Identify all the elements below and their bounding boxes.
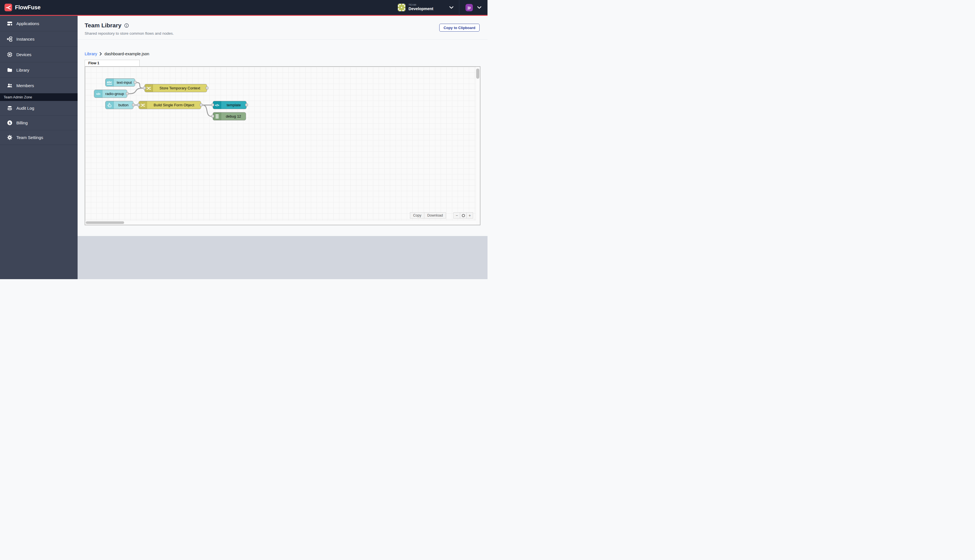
flow-node-label: Build Single Form Object (147, 101, 201, 109)
flow-node-text-input[interactable]: abctext-input (105, 78, 135, 87)
flow-tab[interactable]: Flow 1 (85, 60, 140, 66)
flow-node-label: debug 12 (221, 113, 246, 120)
flow-node-store-temporary-context[interactable]: Store Temporary Context (144, 84, 207, 92)
page-header: Team Library Shared repository to store … (78, 16, 488, 40)
user-avatar: jp (466, 4, 473, 11)
chevron-down-icon (477, 6, 481, 9)
shuffle-icon (145, 84, 153, 92)
sidebar-item-label: Team Settings (17, 135, 43, 140)
info-icon[interactable] (124, 23, 129, 28)
members-icon (7, 83, 12, 88)
sidebar-item-billing[interactable]: $ Billing (0, 116, 78, 130)
flow-wire (129, 88, 143, 94)
applications-icon (7, 21, 12, 26)
sidebar-item-label: Billing (17, 120, 28, 125)
chip-icon (7, 52, 12, 57)
user-menu[interactable]: jp (459, 0, 488, 15)
vertical-scrollbar-track[interactable] (476, 67, 480, 220)
flow-wire (137, 83, 143, 88)
shuffle-icon (139, 101, 147, 109)
flow-wire (202, 105, 211, 117)
flow-node-label: text-input (114, 79, 135, 86)
node-port-in[interactable] (137, 103, 140, 106)
flow-node-label: button (114, 101, 133, 109)
sidebar-item-instances[interactable]: Instances (0, 31, 78, 47)
vertical-scrollbar-thumb[interactable] (476, 68, 479, 79)
footer-background (78, 236, 488, 279)
brand-name: FlowFuse (15, 4, 41, 11)
list-icon (213, 113, 221, 120)
flow-viewer: Flow 1 Copy Download − + (85, 60, 481, 225)
team-selector[interactable]: TEAM: Development (392, 0, 459, 15)
copy-to-clipboard-button[interactable]: Copy to Clipboard (439, 24, 479, 32)
horizontal-scrollbar-thumb[interactable] (86, 222, 124, 224)
code-icon: </> (94, 90, 102, 98)
database-icon (7, 105, 12, 111)
zoom-in-button[interactable]: + (466, 212, 473, 218)
svg-text:$: $ (9, 121, 11, 125)
page-subtitle: Shared repository to store common flows … (85, 31, 479, 35)
node-port-out[interactable] (132, 103, 135, 106)
team-admin-zone-header: Team Admin Zone (0, 93, 78, 101)
flowfuse-logo-icon (5, 4, 12, 11)
node-port-out[interactable] (134, 81, 137, 84)
sidebar-item-label: Instances (17, 37, 34, 42)
zoom-reset-button[interactable] (460, 212, 467, 218)
sidebar-item-label: Audit Log (17, 106, 34, 110)
flowfuse-brand[interactable]: FlowFuse (0, 4, 41, 11)
app-header: FlowFuse TEAM: Development (0, 0, 488, 16)
node-port-in[interactable] (143, 87, 146, 89)
sidebar-item-team-settings[interactable]: Team Settings (0, 130, 78, 145)
flow-node-build-single-form-object[interactable]: Build Single Form Object (139, 101, 201, 109)
sidebar-item-label: Devices (17, 52, 31, 57)
flow-node-radio-group[interactable]: </>radio-group (94, 90, 127, 98)
main-content: Team Library Shared repository to store … (78, 16, 488, 279)
circle-icon (462, 214, 465, 217)
node-port-in[interactable] (211, 103, 214, 106)
team-name: Development (409, 7, 433, 12)
sidebar-item-label: Library (17, 68, 29, 72)
node-port-out[interactable] (245, 103, 248, 106)
sidebar-item-members[interactable]: Members (0, 78, 78, 93)
abc-icon: abc (105, 79, 114, 86)
breadcrumb-library-link[interactable]: Library (85, 52, 97, 56)
pointer-icon (105, 101, 114, 109)
chevron-right-icon (100, 52, 102, 55)
sidebar-item-applications[interactable]: Applications (0, 16, 78, 31)
breadcrumb: Library dashboard-example.json (85, 52, 488, 56)
gear-icon (7, 135, 12, 140)
chevron-down-icon (449, 6, 453, 9)
node-port-out[interactable] (200, 103, 202, 106)
page-title: Team Library (85, 22, 121, 29)
flow-download-button[interactable]: Download (424, 212, 446, 218)
sidebar-item-devices[interactable]: Devices (0, 47, 78, 62)
breadcrumb-current: dashboard-example.json (104, 52, 149, 56)
code-icon: </> (213, 101, 221, 109)
flow-canvas[interactable]: Copy Download − + abctext-input</>radio-… (85, 66, 481, 225)
sidebar: Applications Instances Devices Library (0, 16, 78, 279)
node-port-out[interactable] (126, 92, 129, 95)
instances-icon (7, 37, 12, 42)
flow-node-debug-12[interactable]: debug 12 (213, 112, 246, 120)
team-avatar (398, 4, 406, 11)
flow-node-label: radio-group (102, 90, 127, 98)
zoom-out-button[interactable]: − (453, 212, 460, 218)
dollar-icon: $ (7, 120, 12, 125)
flow-node-label: template (221, 101, 246, 109)
node-port-out[interactable] (206, 87, 209, 89)
flow-copy-button[interactable]: Copy (410, 212, 424, 218)
flow-node-label: Store Temporary Context (153, 84, 207, 92)
horizontal-scrollbar-track[interactable] (85, 220, 476, 225)
node-port-in[interactable] (211, 115, 214, 118)
sidebar-item-library[interactable]: Library (0, 62, 78, 78)
sidebar-item-label: Members (17, 83, 34, 88)
sidebar-item-audit-log[interactable]: Audit Log (0, 101, 78, 116)
team-label: TEAM: (409, 3, 433, 7)
folder-icon (7, 67, 12, 73)
flow-node-template[interactable]: </>template (213, 101, 247, 109)
flow-node-button[interactable]: button (105, 101, 134, 109)
sidebar-item-label: Applications (17, 21, 39, 26)
